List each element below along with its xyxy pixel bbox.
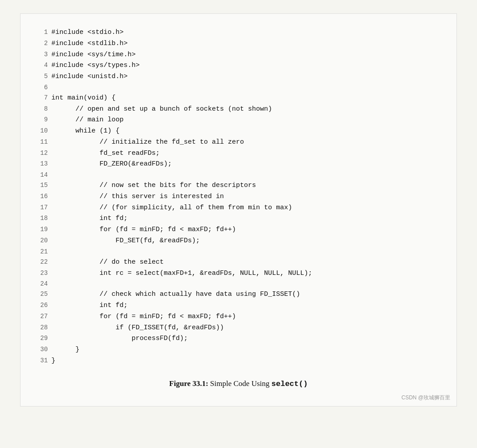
line-code: // this server is interested in xyxy=(49,191,448,203)
code-line: 3#include <sys/time.h> xyxy=(29,50,448,61)
code-line: 6 xyxy=(29,83,448,93)
line-code: // open and set up a bunch of sockets (n… xyxy=(49,104,448,115)
code-line: 24 xyxy=(29,279,448,289)
line-code xyxy=(49,83,448,93)
line-code: #include <stdio.h> xyxy=(49,27,448,38)
code-line: 13 FD_ZERO(&readFDs); xyxy=(29,159,448,170)
line-code: fd_set readFDs; xyxy=(49,148,448,159)
line-number: 14 xyxy=(29,170,49,180)
code-line: 22 // do the select xyxy=(29,257,448,268)
code-line: 20 FD_SET(fd, &readFDs); xyxy=(29,236,448,247)
line-code: int rc = select(maxFD+1, &readFDs, NULL,… xyxy=(49,268,448,279)
code-line: 19 for (fd = minFD; fd < maxFD; fd++) xyxy=(29,224,448,236)
line-number: 8 xyxy=(29,104,49,115)
code-line: 2#include <stdlib.h> xyxy=(29,38,448,50)
line-code: #include <unistd.h> xyxy=(49,71,448,83)
line-number: 7 xyxy=(29,93,49,104)
line-number: 12 xyxy=(29,148,49,159)
line-number: 25 xyxy=(29,289,49,300)
line-number: 10 xyxy=(29,126,49,137)
line-code: FD_ZERO(&readFDs); xyxy=(49,159,448,170)
code-line: 28 if (FD_ISSET(fd, &readFDs)) xyxy=(29,323,448,334)
line-code: int main(void) { xyxy=(49,93,448,104)
line-code: if (FD_ISSET(fd, &readFDs)) xyxy=(49,323,448,334)
code-line: 16 // this server is interested in xyxy=(29,191,448,203)
line-number: 23 xyxy=(29,268,49,279)
line-number: 28 xyxy=(29,323,49,334)
line-code: #include <sys/time.h> xyxy=(49,50,448,61)
code-line: 31} xyxy=(29,356,448,367)
line-number: 6 xyxy=(29,83,49,93)
code-line: 12 fd_set readFDs; xyxy=(29,148,448,159)
line-code xyxy=(49,170,448,180)
code-line: 29 processFD(fd); xyxy=(29,333,448,344)
page-container: 1#include <stdio.h>2#include <stdlib.h>3… xyxy=(20,13,457,407)
line-code: processFD(fd); xyxy=(49,333,448,344)
line-code: #include <sys/types.h> xyxy=(49,60,448,71)
line-number: 27 xyxy=(29,311,49,323)
line-code: } xyxy=(49,344,448,356)
code-line: 15 // now set the bits for the descripto… xyxy=(29,180,448,191)
code-line: 4#include <sys/types.h> xyxy=(29,60,448,71)
line-number: 4 xyxy=(29,60,49,71)
line-code: #include <stdlib.h> xyxy=(49,38,448,50)
code-line: 18 int fd; xyxy=(29,213,448,224)
line-number: 2 xyxy=(29,38,49,50)
line-code: for (fd = minFD; fd < maxFD; fd++) xyxy=(49,311,448,323)
line-number: 19 xyxy=(29,224,49,236)
line-number: 1 xyxy=(29,27,49,38)
code-line: 10 while (1) { xyxy=(29,126,448,137)
line-number: 21 xyxy=(29,247,49,257)
code-line: 7int main(void) { xyxy=(29,93,448,104)
line-number: 26 xyxy=(29,300,49,311)
line-number: 15 xyxy=(29,180,49,191)
line-code: // initialize the fd_set to all zero xyxy=(49,137,448,148)
line-number: 17 xyxy=(29,203,49,214)
line-number: 5 xyxy=(29,71,49,83)
line-code: int fd; xyxy=(49,300,448,311)
code-line: 26 int fd; xyxy=(29,300,448,311)
code-block: 1#include <stdio.h>2#include <stdlib.h>3… xyxy=(29,27,448,367)
line-code: // do the select xyxy=(49,257,448,268)
figure-prefix: Figure 33.1: Simple Code Using xyxy=(169,379,271,388)
code-line: 17 // (for simplicity, all of them from … xyxy=(29,203,448,214)
line-code: // main loop xyxy=(49,115,448,126)
code-line: 11 // initialize the fd_set to all zero xyxy=(29,137,448,148)
line-number: 20 xyxy=(29,236,49,247)
code-line: 1#include <stdio.h> xyxy=(29,27,448,38)
line-number: 18 xyxy=(29,213,49,224)
code-line: 8 // open and set up a bunch of sockets … xyxy=(29,104,448,115)
line-number: 16 xyxy=(29,191,49,203)
code-line: 21 xyxy=(29,247,448,257)
code-line: 25 // check which actually have data usi… xyxy=(29,289,448,300)
code-line: 14 xyxy=(29,170,448,180)
code-line: 23 int rc = select(maxFD+1, &readFDs, NU… xyxy=(29,268,448,279)
line-number: 13 xyxy=(29,159,49,170)
line-code: int fd; xyxy=(49,213,448,224)
watermark: CSDN @玫城狮百里 xyxy=(401,394,450,402)
line-number: 22 xyxy=(29,257,49,268)
code-line: 27 for (fd = minFD; fd < maxFD; fd++) xyxy=(29,311,448,323)
line-number: 31 xyxy=(29,356,49,367)
line-code: // now set the bits for the descriptors xyxy=(49,180,448,191)
line-number: 3 xyxy=(29,50,49,61)
line-number: 30 xyxy=(29,344,49,356)
figure-text-mono: select() xyxy=(271,380,308,388)
line-number: 29 xyxy=(29,333,49,344)
code-line: 30 } xyxy=(29,344,448,356)
line-code: // check which actually have data using … xyxy=(49,289,448,300)
code-line: 5#include <unistd.h> xyxy=(29,71,448,83)
line-number: 11 xyxy=(29,137,49,148)
code-table: 1#include <stdio.h>2#include <stdlib.h>3… xyxy=(29,27,448,367)
figure-caption: Figure 33.1: Simple Code Using select() xyxy=(29,379,448,388)
line-number: 9 xyxy=(29,115,49,126)
code-line: 9 // main loop xyxy=(29,115,448,126)
line-code: for (fd = minFD; fd < maxFD; fd++) xyxy=(49,224,448,236)
line-code xyxy=(49,247,448,257)
line-code xyxy=(49,279,448,289)
line-number: 24 xyxy=(29,279,49,289)
line-code: // (for simplicity, all of them from min… xyxy=(49,203,448,214)
line-code: } xyxy=(49,356,448,367)
line-code: FD_SET(fd, &readFDs); xyxy=(49,236,448,247)
line-code: while (1) { xyxy=(49,126,448,137)
